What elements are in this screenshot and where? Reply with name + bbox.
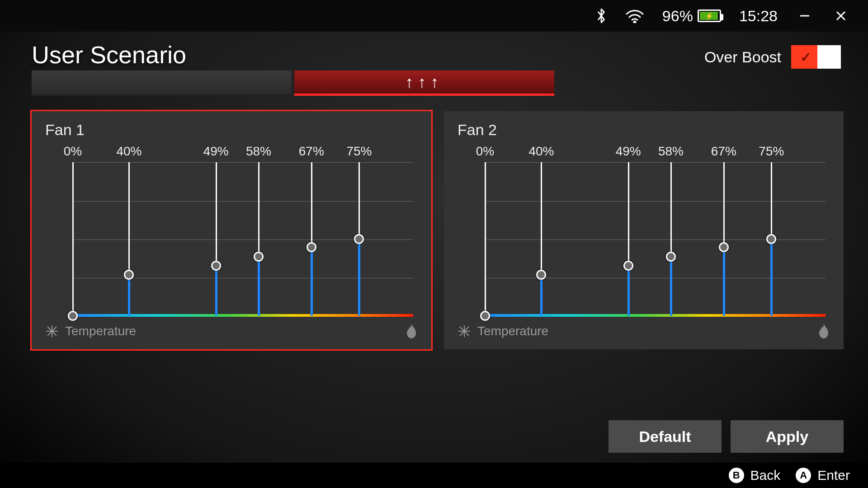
fan-slider[interactable]: 75%: [771, 144, 772, 316]
overboost-toggle[interactable]: ✓: [791, 45, 841, 69]
temperature-footer-label: Temperature: [477, 324, 548, 338]
hint-enter: A Enter: [796, 468, 850, 483]
fan-slider[interactable]: 67%: [311, 144, 312, 316]
fan-slider-label: 0%: [64, 144, 82, 159]
hint-enter-label: Enter: [817, 468, 850, 483]
fan-slider[interactable]: 58%: [670, 144, 671, 316]
check-icon: ✓: [800, 49, 811, 65]
fan-slider[interactable]: 49%: [216, 144, 217, 316]
hint-back-label: Back: [750, 468, 781, 483]
fan-slider-label: 0%: [476, 144, 494, 159]
temperature-footer-label: Temperature: [65, 324, 136, 338]
close-button[interactable]: [832, 7, 850, 25]
fan-slider-label: 58%: [658, 144, 684, 159]
fan-slider-thumb[interactable]: [354, 234, 364, 244]
fan-slider-label: 75%: [346, 144, 372, 159]
fan-slider[interactable]: 75%: [359, 144, 359, 316]
page-title: User Scenario: [32, 41, 186, 69]
flame-icon: [817, 324, 830, 338]
fan-slider-label: 49%: [203, 144, 229, 159]
flame-icon: [405, 324, 418, 338]
fan-slider-thumb[interactable]: [124, 270, 134, 280]
tab-active[interactable]: ↑↑↑: [294, 70, 554, 96]
fan-slider-thumb[interactable]: [766, 234, 776, 244]
svg-point-0: [634, 21, 636, 23]
hint-back: B Back: [729, 468, 781, 483]
fan-slider-thumb[interactable]: [719, 242, 729, 252]
wifi-icon: [625, 9, 644, 23]
status-bar: 96% ⚡ 15:28: [0, 0, 868, 32]
tabs: ↑↑↑: [0, 70, 868, 96]
apply-button[interactable]: Apply: [731, 420, 844, 453]
fan-curve-chart: 0%40%49%58%67%75%: [458, 144, 830, 316]
fan-slider-label: 75%: [759, 144, 784, 159]
temperature-gradient-bar: [72, 314, 413, 317]
fan-panel-fan2[interactable]: Fan 20%40%49%58%67%75%Temperature: [444, 111, 844, 349]
tab-inactive[interactable]: [32, 70, 292, 96]
fan-slider-thumb[interactable]: [254, 252, 264, 262]
battery-status: 96% ⚡: [662, 7, 721, 25]
fan-curve-chart: 0%40%49%58%67%75%: [45, 144, 418, 316]
snowflake-icon: [45, 324, 59, 338]
fan-slider-thumb[interactable]: [666, 252, 676, 262]
fan-slider-label: 40%: [528, 144, 554, 159]
fan-slider[interactable]: 49%: [628, 144, 629, 316]
fan-panel-fan1[interactable]: Fan 10%40%49%58%67%75%Temperature: [32, 111, 431, 349]
fan-slider[interactable]: 40%: [128, 144, 129, 316]
fan-slider-thumb[interactable]: [68, 311, 78, 321]
fan-slider-thumb[interactable]: [480, 311, 490, 321]
fan-slider[interactable]: 0%: [72, 144, 73, 316]
fan-slider[interactable]: 0%: [485, 144, 486, 316]
bluetooth-icon: [595, 7, 607, 24]
temperature-gradient-bar: [485, 314, 826, 317]
fan-slider-label: 49%: [616, 144, 641, 159]
fan-slider[interactable]: 67%: [723, 144, 724, 316]
b-key-icon: B: [729, 468, 744, 483]
hint-bar: B Back A Enter: [0, 463, 868, 488]
default-button[interactable]: Default: [609, 420, 722, 453]
fan-panel-title: Fan 1: [45, 121, 418, 139]
fan-slider-thumb[interactable]: [623, 261, 633, 271]
overboost-label: Over Boost: [704, 48, 781, 66]
fan-slider-thumb[interactable]: [307, 242, 316, 252]
fan-panel-title: Fan 2: [458, 121, 830, 139]
snowflake-icon: [458, 324, 471, 338]
battery-icon: ⚡: [698, 9, 721, 22]
minimize-button[interactable]: [796, 7, 814, 25]
fan-slider-label: 58%: [246, 144, 271, 159]
fan-slider-label: 67%: [711, 144, 736, 159]
fan-slider-thumb[interactable]: [211, 261, 221, 271]
fan-slider-label: 40%: [116, 144, 142, 159]
battery-percent-label: 96%: [662, 7, 693, 25]
fan-slider-thumb[interactable]: [536, 270, 546, 280]
overboost-group: Over Boost ✓: [704, 45, 841, 69]
a-key-icon: A: [796, 468, 811, 483]
clock-label: 15:28: [739, 7, 778, 25]
fan-slider[interactable]: 40%: [541, 144, 542, 316]
fan-slider[interactable]: 58%: [258, 144, 259, 316]
fan-slider-label: 67%: [299, 144, 324, 159]
